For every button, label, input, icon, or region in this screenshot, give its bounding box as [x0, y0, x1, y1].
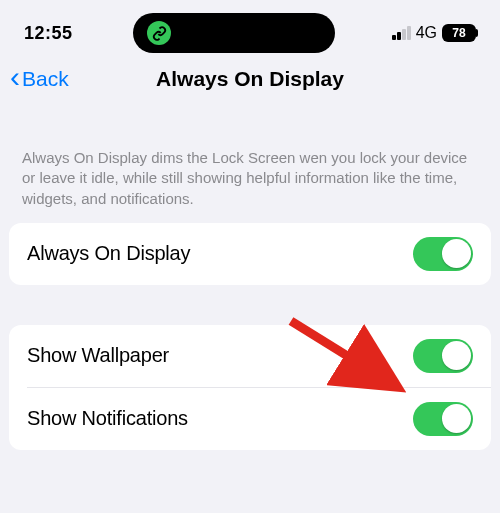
row-label: Always On Display — [27, 242, 190, 265]
status-right: 4G 78 — [392, 24, 476, 42]
toggle-knob — [442, 239, 471, 268]
status-bar: 12:55 4G 78 — [0, 0, 500, 56]
row-always-on-display[interactable]: Always On Display — [9, 223, 491, 285]
dynamic-island[interactable] — [133, 13, 335, 53]
settings-group-options: Show Wallpaper Show Notifications — [9, 325, 491, 450]
toggle-show-wallpaper[interactable] — [413, 339, 473, 373]
section-description: Always On Display dims the Lock Screen w… — [0, 104, 500, 223]
toggle-knob — [442, 341, 471, 370]
nav-bar: ‹ Back Always On Display — [0, 56, 500, 104]
signal-icon — [392, 26, 411, 40]
toggle-always-on-display[interactable] — [413, 237, 473, 271]
toggle-knob — [442, 404, 471, 433]
battery-level: 78 — [452, 26, 465, 40]
link-icon — [147, 21, 171, 45]
status-time: 12:55 — [24, 23, 73, 44]
row-show-notifications[interactable]: Show Notifications — [27, 387, 491, 450]
back-button[interactable]: ‹ Back — [10, 66, 69, 92]
row-label: Show Wallpaper — [27, 344, 169, 367]
row-label: Show Notifications — [27, 407, 188, 430]
settings-group-main: Always On Display — [9, 223, 491, 285]
toggle-show-notifications[interactable] — [413, 402, 473, 436]
back-label: Back — [22, 67, 69, 91]
chevron-left-icon: ‹ — [10, 62, 20, 92]
row-show-wallpaper[interactable]: Show Wallpaper — [9, 325, 491, 387]
cellular-label: 4G — [416, 24, 437, 42]
battery-icon: 78 — [442, 24, 476, 42]
page-title: Always On Display — [156, 67, 344, 91]
